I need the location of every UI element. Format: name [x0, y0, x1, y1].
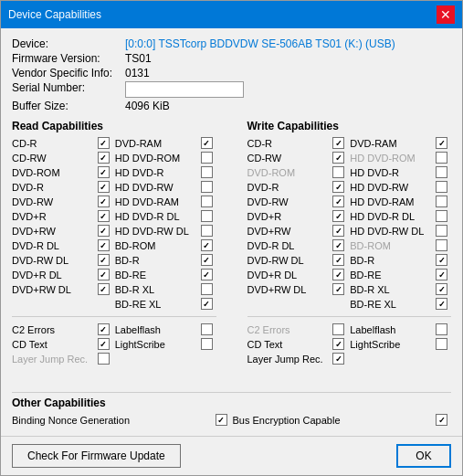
capability-name: DVD+R — [12, 211, 92, 222]
capability-name: Labelflash — [115, 324, 195, 335]
capability-checkbox[interactable] — [436, 323, 447, 335]
capability-checkbox[interactable] — [332, 196, 344, 207]
capability-name: HD DVD-RW DL — [350, 226, 430, 237]
other-capabilities: Other Capabilities Binding Nonce Generat… — [12, 392, 451, 427]
capability-checkbox[interactable] — [436, 283, 447, 295]
capability-name: DVD+R DL — [12, 270, 92, 280]
ok-button[interactable]: OK — [396, 444, 451, 468]
capability-name: CD-RW — [12, 153, 92, 164]
capability-checkbox[interactable] — [98, 181, 110, 193]
capability-checkbox[interactable] — [436, 152, 447, 164]
capability-checkbox[interactable] — [98, 137, 110, 149]
capability-checkbox[interactable] — [201, 298, 213, 310]
capability-checkbox[interactable] — [201, 196, 213, 207]
device-label: Device: — [12, 37, 121, 50]
capability-checkbox[interactable] — [332, 239, 344, 251]
capability-checkbox[interactable] — [436, 239, 447, 251]
capability-checkbox[interactable] — [436, 254, 447, 266]
capability-checkbox[interactable] — [98, 239, 110, 251]
capability-checkbox[interactable] — [436, 210, 447, 222]
capability-checkbox[interactable] — [98, 338, 110, 350]
capability-name: C2 Errors — [12, 324, 92, 335]
capability-checkbox[interactable] — [332, 338, 344, 350]
write-caps-title: Write Capabilities — [247, 120, 452, 132]
capability-checkbox[interactable] — [201, 254, 213, 266]
capability-checkbox[interactable] — [436, 414, 447, 426]
capability-checkbox[interactable] — [332, 152, 344, 164]
read-caps-grid: CD-RDVD-RAMCD-RWHD DVD-ROMDVD-ROMHD DVD-… — [12, 136, 216, 311]
capability-name: DVD+RW DL — [12, 284, 92, 295]
content-area: Device: [0:0:0] TSSTcorp BDDVDW SE-506AB… — [1, 28, 462, 436]
buffer-label: Buffer Size: — [12, 100, 121, 112]
capability-name: DVD-R DL — [12, 240, 92, 251]
capability-checkbox[interactable] — [332, 269, 344, 280]
capability-checkbox[interactable] — [436, 181, 447, 193]
capability-checkbox[interactable] — [216, 414, 227, 426]
capability-checkbox[interactable] — [201, 338, 213, 350]
capability-checkbox[interactable] — [332, 353, 344, 365]
capability-name: DVD-RW DL — [12, 255, 92, 266]
firmware-value: TS01 — [125, 52, 451, 65]
capability-checkbox[interactable] — [201, 137, 213, 149]
capability-checkbox[interactable] — [332, 137, 344, 149]
title-bar: Device Capabilities ✕ — [1, 1, 462, 28]
capability-checkbox[interactable] — [436, 338, 447, 350]
capability-name: HD DVD-R — [350, 167, 430, 178]
capability-checkbox[interactable] — [201, 152, 213, 164]
capability-checkbox[interactable] — [201, 225, 213, 237]
capability-checkbox[interactable] — [436, 298, 447, 310]
capability-name: HD DVD-RW — [350, 182, 430, 193]
capability-name: HD DVD-R DL — [350, 211, 430, 222]
serial-label: Serial Number: — [12, 81, 121, 98]
capability-name: Bus Encryption Capable — [233, 415, 431, 426]
capability-checkbox[interactable] — [332, 283, 344, 295]
capability-name: Labelflash — [350, 324, 430, 335]
capability-checkbox[interactable] — [201, 283, 213, 295]
capability-checkbox[interactable] — [201, 210, 213, 222]
capability-checkbox[interactable] — [98, 283, 110, 295]
capability-checkbox[interactable] — [332, 323, 344, 335]
capability-checkbox[interactable] — [436, 166, 447, 178]
capability-checkbox[interactable] — [201, 323, 213, 335]
capability-checkbox[interactable] — [98, 196, 110, 207]
capability-checkbox[interactable] — [98, 353, 110, 365]
capability-checkbox[interactable] — [436, 225, 447, 237]
capability-checkbox[interactable] — [332, 225, 344, 237]
capability-checkbox[interactable] — [98, 210, 110, 222]
capability-checkbox[interactable] — [436, 269, 447, 280]
capability-name: BD-R — [115, 255, 195, 266]
capability-name: BD-R XL — [350, 284, 430, 295]
capability-checkbox[interactable] — [98, 269, 110, 280]
firmware-update-button[interactable]: Check For Firmware Update — [12, 444, 181, 468]
capability-checkbox[interactable] — [201, 181, 213, 193]
capability-checkbox[interactable] — [98, 323, 110, 335]
capability-checkbox[interactable] — [332, 181, 344, 193]
capability-name: DVD+RW DL — [247, 284, 328, 295]
capability-name: HD DVD-ROM — [350, 153, 430, 164]
close-button[interactable]: ✕ — [437, 5, 455, 24]
capability-name: HD DVD-R — [115, 167, 195, 178]
serial-input[interactable] — [125, 81, 244, 98]
capability-checkbox[interactable] — [98, 166, 110, 178]
buffer-value: 4096 KiB — [125, 100, 451, 112]
capability-name: HD DVD-RAM — [115, 196, 195, 207]
read-capabilities: Read Capabilities CD-RDVD-RAMCD-RWHD DVD… — [12, 120, 216, 386]
capability-checkbox[interactable] — [436, 196, 447, 207]
read-extra-grid: C2 ErrorsLabelflashCD TextLightScribeLay… — [12, 323, 216, 365]
capability-checkbox[interactable] — [201, 166, 213, 178]
capability-checkbox[interactable] — [436, 137, 447, 149]
capability-name: HD DVD-RAM — [350, 196, 430, 207]
capability-checkbox[interactable] — [98, 225, 110, 237]
capability-name: Binding Nonce Generation — [12, 415, 210, 426]
capability-checkbox[interactable] — [98, 254, 110, 266]
capability-checkbox[interactable] — [98, 152, 110, 164]
capability-checkbox[interactable] — [332, 210, 344, 222]
capability-checkbox[interactable] — [332, 254, 344, 266]
capability-name: LightScribe — [115, 339, 195, 350]
capability-checkbox[interactable] — [201, 269, 213, 280]
capability-name: DVD+R DL — [247, 270, 328, 280]
capability-name: HD DVD-RW DL — [115, 226, 195, 237]
capability-checkbox[interactable] — [332, 166, 344, 178]
capability-checkbox[interactable] — [201, 239, 213, 251]
other-caps-title: Other Capabilities — [12, 397, 451, 409]
